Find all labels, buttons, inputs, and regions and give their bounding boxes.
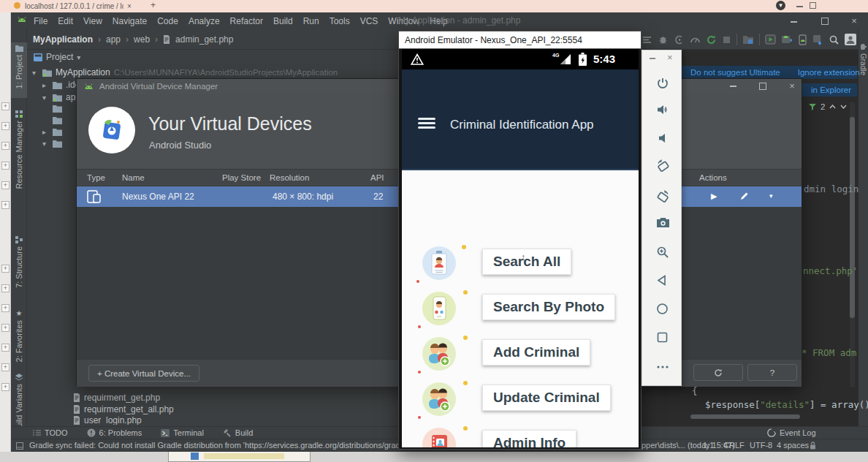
hamburger-menu-icon[interactable]	[418, 116, 435, 131]
settings-lines-icon[interactable]	[642, 34, 652, 45]
update-criminal-button[interactable]: Update Criminal	[482, 385, 611, 411]
column-api[interactable]: API	[370, 173, 384, 182]
chevron-expanded-icon[interactable]: ▾	[42, 140, 49, 148]
home-icon[interactable]	[656, 303, 669, 315]
tree-row-folder[interactable]: ▾	[42, 140, 62, 148]
ide-maximize-icon[interactable]	[821, 18, 829, 25]
tool-tab-favorites[interactable]: ★ 2: Favorites	[11, 307, 27, 368]
tree-row-app[interactable]: ▾ app	[42, 92, 80, 102]
lock-icon[interactable]	[810, 442, 816, 450]
browser-tab-close-icon[interactable]: ×	[127, 1, 132, 11]
tool-tab-project[interactable]: 1: Project	[11, 42, 27, 98]
tab-todo[interactable]: TODO	[33, 428, 68, 437]
tree-expander-icon[interactable]: +	[1, 265, 9, 273]
breadcrumb-app[interactable]: app	[106, 34, 121, 45]
browser-download-icon[interactable]: ▾	[776, 1, 785, 10]
tree-expander-icon[interactable]: +	[1, 201, 9, 209]
breadcrumb-project[interactable]: MyApplication	[33, 34, 93, 45]
refresh-button[interactable]	[693, 364, 743, 381]
debug-icon[interactable]	[658, 34, 669, 45]
run-window-icon[interactable]	[765, 34, 776, 45]
browser-restore-icon[interactable]	[810, 2, 816, 9]
emulator-close-icon[interactable]: ×	[667, 52, 673, 63]
device-manager-icon[interactable]	[798, 34, 807, 45]
help-button[interactable]: ?	[747, 364, 797, 381]
coverage-icon[interactable]	[690, 34, 701, 45]
search-by-photo-button[interactable]: Search By Photo	[482, 294, 615, 320]
column-type[interactable]: Type	[87, 173, 105, 182]
menu-build[interactable]: Build	[268, 16, 298, 26]
avd-close-icon[interactable]: ×	[784, 80, 800, 92]
editor-hscrollbar-thumb[interactable]	[690, 414, 800, 419]
link-in-explorer[interactable]: in Explorer	[811, 86, 851, 94]
volume-down-icon[interactable]	[656, 132, 669, 144]
tab-build[interactable]: Build	[223, 428, 253, 437]
breadcrumb-file[interactable]: admin_get.php	[175, 34, 233, 45]
menu-run[interactable]: Run	[298, 16, 324, 26]
tree-row-folder[interactable]	[53, 105, 62, 113]
avd-minimize-icon[interactable]	[730, 86, 736, 87]
breadcrumb-web[interactable]: web	[134, 34, 150, 45]
tree-expander-icon[interactable]: +	[1, 162, 9, 170]
chevron-expanded-icon[interactable]: ▾	[42, 94, 49, 102]
tree-row-folder[interactable]	[53, 116, 62, 124]
menu-analyze[interactable]: Analyze	[183, 16, 225, 26]
tree-expander-icon[interactable]: +	[1, 284, 9, 292]
editor-scrollbar-thumb[interactable]	[850, 117, 855, 318]
tree-expander-icon[interactable]: +	[1, 181, 9, 189]
tree-row-file[interactable]: requirment_get_all.php	[73, 404, 174, 414]
emulator-minimize-icon[interactable]	[650, 58, 655, 59]
tree-row-idea[interactable]: ▸ .ide	[42, 80, 80, 90]
rotate-right-icon[interactable]	[656, 189, 670, 203]
menu-edit[interactable]: Edit	[53, 16, 78, 26]
status-caret-position[interactable]: 1:1	[703, 441, 714, 450]
ide-close-icon[interactable]: ×	[846, 15, 862, 27]
project-structure-icon[interactable]	[742, 34, 754, 45]
status-message[interactable]: Gradle sync failed: Could not install Gr…	[29, 441, 398, 450]
zoom-icon[interactable]	[656, 246, 669, 259]
sdk-manager-icon[interactable]	[781, 34, 793, 45]
browser-new-tab-button[interactable]: +	[151, 1, 156, 10]
overview-icon[interactable]	[656, 331, 669, 344]
more-options-icon[interactable]	[656, 365, 669, 369]
column-resolution[interactable]: Resolution	[270, 173, 309, 182]
tool-tab-resource-manager[interactable]: Resource Manager	[11, 108, 27, 196]
link-ignore-extension[interactable]: Ignore extension	[798, 68, 860, 77]
volume-up-icon[interactable]	[656, 104, 669, 116]
chevron-collapsed-icon[interactable]: ▸	[42, 81, 49, 89]
tab-problems[interactable]: 6: Problems	[87, 428, 142, 437]
add-criminal-button[interactable]: Add Criminal	[482, 339, 590, 366]
tree-expander-icon[interactable]: +	[1, 102, 9, 110]
run-device-icon[interactable]: ▶	[711, 192, 717, 201]
menu-view[interactable]: View	[78, 16, 107, 26]
profiler-icon[interactable]	[674, 34, 685, 45]
column-name[interactable]: Name	[122, 173, 145, 182]
status-line-separator[interactable]: CRLF	[723, 441, 745, 450]
tree-expander-icon[interactable]: +	[1, 142, 9, 150]
tree-row-file[interactable]: user_login.php	[73, 416, 142, 425]
browser-minimize-icon[interactable]	[796, 6, 803, 7]
rotate-left-icon[interactable]	[656, 159, 670, 173]
tool-windows-toggle-icon[interactable]	[16, 442, 23, 450]
ide-minimize-icon[interactable]	[791, 21, 797, 23]
menu-tools[interactable]: Tools	[324, 16, 355, 26]
tool-tab-structure[interactable]: 7: Structure	[11, 234, 27, 301]
chevron-down-icon[interactable]	[840, 105, 847, 109]
power-icon[interactable]	[656, 77, 669, 90]
gradle-sync-icon[interactable]	[706, 34, 717, 45]
admin-info-button[interactable]: Admin Info	[482, 430, 576, 447]
tree-expander-icon[interactable]: +	[1, 344, 9, 352]
event-log-button[interactable]: Event Log	[767, 428, 816, 437]
menu-file[interactable]: File	[28, 16, 53, 26]
tab-terminal[interactable]: Terminal	[161, 428, 204, 437]
camera-icon[interactable]	[656, 217, 670, 228]
column-play-store[interactable]: Play Store	[222, 173, 261, 182]
tree-expander-icon[interactable]: +	[1, 324, 9, 332]
tree-expander-icon[interactable]: +	[1, 363, 9, 371]
profile-avatar-icon[interactable]	[845, 34, 856, 45]
edit-device-icon[interactable]	[740, 192, 749, 200]
column-actions[interactable]: Actions	[699, 173, 727, 182]
tool-tab-gradle[interactable]: Gradle	[859, 42, 868, 101]
chevron-expanded-icon[interactable]: ▾	[32, 69, 39, 77]
status-encoding[interactable]: UTF-8	[750, 441, 772, 450]
